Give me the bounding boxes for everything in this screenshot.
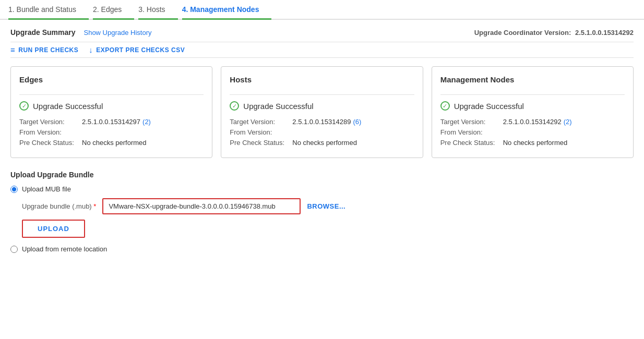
browse-button[interactable]: BROWSE... [307,202,345,210]
tab-management-nodes[interactable]: 4. Management Nodes [182,0,272,19]
mgmt-nodes-from-version: From Version: [440,128,625,136]
bundle-file-input[interactable] [102,198,301,214]
edges-from-version: From Version: [19,128,204,136]
edges-card-title: Edges [19,75,204,88]
hosts-card-title: Hosts [230,75,414,88]
mgmt-nodes-target-version: Target Version: 2.5.1.0.0.15314292 (2) [440,118,625,126]
mgmt-nodes-pre-check-status: Pre Check Status: No checks performed [440,139,625,147]
hosts-card: Hosts ✓ Upgrade Successful Target Versio… [221,66,423,158]
edges-success-icon: ✓ [19,101,29,111]
action-bar: ≡ RUN PRE CHECKS ↓ EXPORT PRE CHECKS CSV [10,42,634,58]
upload-remote-label: Upload from remote location [22,245,107,253]
tab-bundle-status[interactable]: 1. Bundle and Status [8,0,89,19]
edges-status: ✓ Upgrade Successful [19,101,204,111]
upload-mub-label: Upload MUB file [22,185,71,193]
upload-section: Upload Upgrade Bundle Upload MUB file Up… [10,171,634,267]
edges-target-link[interactable]: (2) [142,118,151,126]
upload-mub-radio-input[interactable] [10,186,18,193]
hosts-status: ✓ Upgrade Successful [230,101,414,111]
mgmt-nodes-card-title: Management Nodes [440,75,625,88]
hosts-target-version: Target Version: 2.5.1.0.0.15314289 (6) [230,118,414,126]
export-icon: ↓ [89,45,93,54]
tab-hosts[interactable]: 3. Hosts [138,0,177,19]
export-pre-checks-button[interactable]: ↓ EXPORT PRE CHECKS CSV [89,45,185,54]
upload-mub-radio[interactable]: Upload MUB file [10,185,634,193]
run-icon: ≡ [10,45,15,54]
upload-section-title: Upload Upgrade Bundle [10,171,634,179]
summary-left: Upgrade Summary Show Upgrade History [10,28,152,37]
show-upgrade-history-link[interactable]: Show Upgrade History [84,29,151,37]
upload-remote-radio-input[interactable] [10,246,18,253]
run-pre-checks-button[interactable]: ≡ RUN PRE CHECKS [10,45,78,54]
main-content: Upgrade Summary Show Upgrade History Upg… [0,20,644,275]
summary-bar: Upgrade Summary Show Upgrade History Upg… [10,28,634,37]
upload-remote-radio[interactable]: Upload from remote location [10,245,634,253]
mgmt-nodes-status: ✓ Upgrade Successful [440,101,625,111]
upload-row: Upgrade bundle (.mub) * BROWSE... [22,198,634,214]
upload-button[interactable]: UPLOAD [22,220,85,238]
edges-card: Edges ✓ Upgrade Successful Target Versio… [10,66,212,158]
tabs-bar: 1. Bundle and Status 2. Edges 3. Hosts 4… [0,0,644,20]
summary-title: Upgrade Summary [10,28,75,37]
cards-row: Edges ✓ Upgrade Successful Target Versio… [10,66,634,158]
required-indicator: * [93,202,96,210]
tab-edges[interactable]: 2. Edges [93,0,134,19]
hosts-success-icon: ✓ [230,101,239,111]
hosts-pre-check-status: Pre Check Status: No checks performed [230,139,414,147]
hosts-target-link[interactable]: (6) [353,118,361,126]
bundle-label: Upgrade bundle (.mub) * [22,202,96,210]
upload-btn-row: UPLOAD [22,220,634,238]
hosts-from-version: From Version: [230,128,414,136]
mgmt-nodes-card: Management Nodes ✓ Upgrade Successful Ta… [432,66,634,158]
edges-target-version: Target Version: 2.5.1.0.0.15314297 (2) [19,118,204,126]
mgmt-nodes-success-icon: ✓ [440,101,450,111]
mgmt-nodes-target-link[interactable]: (2) [564,118,572,126]
edges-pre-check-status: Pre Check Status: No checks performed [19,139,204,147]
coordinator-info: Upgrade Coordinator Version: 2.5.1.0.0.1… [472,29,634,37]
